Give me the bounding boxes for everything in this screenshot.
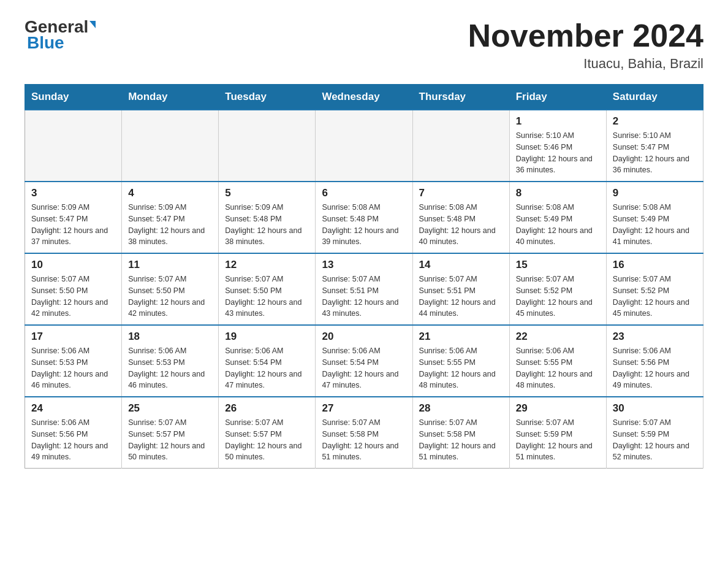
calendar-header-row: Sunday Monday Tuesday Wednesday Thursday…	[25, 85, 703, 110]
calendar-cell: 5Sunrise: 5:09 AM Sunset: 5:48 PM Daylig…	[219, 182, 316, 253]
location-subtitle: Ituacu, Bahia, Brazil	[468, 56, 703, 72]
day-info: Sunrise: 5:06 AM Sunset: 5:54 PM Dayligh…	[225, 345, 309, 391]
day-number: 12	[225, 259, 309, 271]
day-info: Sunrise: 5:06 AM Sunset: 5:54 PM Dayligh…	[322, 345, 406, 391]
day-number: 5	[225, 187, 309, 199]
day-info: Sunrise: 5:09 AM Sunset: 5:47 PM Dayligh…	[31, 202, 115, 248]
calendar-cell: 12Sunrise: 5:07 AM Sunset: 5:50 PM Dayli…	[219, 253, 316, 325]
calendar-cell: 22Sunrise: 5:06 AM Sunset: 5:55 PM Dayli…	[509, 325, 606, 397]
day-number: 28	[419, 402, 503, 415]
day-number: 22	[516, 331, 600, 343]
calendar-cell	[25, 110, 122, 182]
day-info: Sunrise: 5:07 AM Sunset: 5:58 PM Dayligh…	[419, 417, 503, 463]
logo-blue-text: Blue	[27, 33, 64, 53]
day-number: 27	[322, 402, 406, 415]
day-info: Sunrise: 5:10 AM Sunset: 5:47 PM Dayligh…	[613, 130, 697, 176]
day-info: Sunrise: 5:08 AM Sunset: 5:48 PM Dayligh…	[419, 202, 503, 248]
day-number: 10	[31, 259, 115, 271]
day-number: 6	[322, 187, 406, 199]
calendar-cell: 27Sunrise: 5:07 AM Sunset: 5:58 PM Dayli…	[316, 397, 412, 469]
day-number: 2	[613, 115, 697, 128]
calendar-cell: 7Sunrise: 5:08 AM Sunset: 5:48 PM Daylig…	[412, 182, 509, 253]
calendar-cell: 30Sunrise: 5:07 AM Sunset: 5:59 PM Dayli…	[606, 397, 703, 469]
calendar-cell: 8Sunrise: 5:08 AM Sunset: 5:49 PM Daylig…	[509, 182, 606, 253]
month-title: November 2024	[468, 18, 703, 53]
day-number: 21	[419, 331, 503, 343]
day-info: Sunrise: 5:06 AM Sunset: 5:53 PM Dayligh…	[31, 345, 115, 391]
calendar-cell: 13Sunrise: 5:07 AM Sunset: 5:51 PM Dayli…	[316, 253, 412, 325]
day-info: Sunrise: 5:07 AM Sunset: 5:51 PM Dayligh…	[419, 274, 503, 320]
calendar-cell: 4Sunrise: 5:09 AM Sunset: 5:47 PM Daylig…	[122, 182, 219, 253]
day-info: Sunrise: 5:06 AM Sunset: 5:55 PM Dayligh…	[516, 345, 600, 391]
day-number: 3	[31, 187, 115, 199]
calendar-cell	[122, 110, 219, 182]
calendar-cell	[316, 110, 412, 182]
calendar-cell: 25Sunrise: 5:07 AM Sunset: 5:57 PM Dayli…	[122, 397, 219, 469]
calendar-cell: 10Sunrise: 5:07 AM Sunset: 5:50 PM Dayli…	[25, 253, 122, 325]
header-tuesday: Tuesday	[219, 85, 316, 110]
day-number: 26	[225, 402, 309, 415]
day-info: Sunrise: 5:06 AM Sunset: 5:55 PM Dayligh…	[419, 345, 503, 391]
day-info: Sunrise: 5:07 AM Sunset: 5:57 PM Dayligh…	[128, 417, 212, 463]
header-friday: Friday	[509, 85, 606, 110]
header-thursday: Thursday	[412, 85, 509, 110]
header-saturday: Saturday	[606, 85, 703, 110]
calendar-week-2: 10Sunrise: 5:07 AM Sunset: 5:50 PM Dayli…	[25, 253, 703, 325]
day-number: 13	[322, 259, 406, 271]
day-number: 17	[31, 331, 115, 343]
day-info: Sunrise: 5:07 AM Sunset: 5:50 PM Dayligh…	[225, 274, 309, 320]
header-sunday: Sunday	[25, 85, 122, 110]
day-info: Sunrise: 5:07 AM Sunset: 5:52 PM Dayligh…	[613, 274, 697, 320]
day-number: 4	[128, 187, 212, 199]
day-info: Sunrise: 5:07 AM Sunset: 5:57 PM Dayligh…	[225, 417, 309, 463]
day-number: 14	[419, 259, 503, 271]
day-number: 8	[516, 187, 600, 199]
day-number: 25	[128, 402, 212, 415]
day-number: 30	[613, 402, 697, 415]
day-number: 7	[419, 187, 503, 199]
day-info: Sunrise: 5:07 AM Sunset: 5:59 PM Dayligh…	[613, 417, 697, 463]
calendar-cell	[412, 110, 509, 182]
day-number: 11	[128, 259, 212, 271]
day-info: Sunrise: 5:08 AM Sunset: 5:49 PM Dayligh…	[613, 202, 697, 248]
calendar-cell: 19Sunrise: 5:06 AM Sunset: 5:54 PM Dayli…	[219, 325, 316, 397]
day-info: Sunrise: 5:07 AM Sunset: 5:58 PM Dayligh…	[322, 417, 406, 463]
calendar-week-4: 24Sunrise: 5:06 AM Sunset: 5:56 PM Dayli…	[25, 397, 703, 469]
calendar-cell: 21Sunrise: 5:06 AM Sunset: 5:55 PM Dayli…	[412, 325, 509, 397]
day-number: 19	[225, 331, 309, 343]
day-info: Sunrise: 5:06 AM Sunset: 5:53 PM Dayligh…	[128, 345, 212, 391]
day-info: Sunrise: 5:09 AM Sunset: 5:47 PM Dayligh…	[128, 202, 212, 248]
calendar-cell: 26Sunrise: 5:07 AM Sunset: 5:57 PM Dayli…	[219, 397, 316, 469]
calendar-cell: 3Sunrise: 5:09 AM Sunset: 5:47 PM Daylig…	[25, 182, 122, 253]
calendar-cell: 23Sunrise: 5:06 AM Sunset: 5:56 PM Dayli…	[606, 325, 703, 397]
calendar-cell: 11Sunrise: 5:07 AM Sunset: 5:50 PM Dayli…	[122, 253, 219, 325]
calendar-week-1: 3Sunrise: 5:09 AM Sunset: 5:47 PM Daylig…	[25, 182, 703, 253]
day-info: Sunrise: 5:08 AM Sunset: 5:48 PM Dayligh…	[322, 202, 406, 248]
header-monday: Monday	[122, 85, 219, 110]
day-number: 16	[613, 259, 697, 271]
calendar-cell: 18Sunrise: 5:06 AM Sunset: 5:53 PM Dayli…	[122, 325, 219, 397]
day-info: Sunrise: 5:10 AM Sunset: 5:46 PM Dayligh…	[516, 130, 600, 176]
calendar-cell: 14Sunrise: 5:07 AM Sunset: 5:51 PM Dayli…	[412, 253, 509, 325]
calendar-week-3: 17Sunrise: 5:06 AM Sunset: 5:53 PM Dayli…	[25, 325, 703, 397]
day-number: 1	[516, 115, 600, 128]
calendar-cell: 29Sunrise: 5:07 AM Sunset: 5:59 PM Dayli…	[509, 397, 606, 469]
calendar-cell: 15Sunrise: 5:07 AM Sunset: 5:52 PM Dayli…	[509, 253, 606, 325]
calendar-table: Sunday Monday Tuesday Wednesday Thursday…	[25, 84, 703, 469]
calendar-cell: 28Sunrise: 5:07 AM Sunset: 5:58 PM Dayli…	[412, 397, 509, 469]
day-info: Sunrise: 5:06 AM Sunset: 5:56 PM Dayligh…	[613, 345, 697, 391]
logo: General Blue	[25, 18, 96, 53]
calendar-cell: 24Sunrise: 5:06 AM Sunset: 5:56 PM Dayli…	[25, 397, 122, 469]
day-number: 15	[516, 259, 600, 271]
calendar-cell: 6Sunrise: 5:08 AM Sunset: 5:48 PM Daylig…	[316, 182, 412, 253]
day-info: Sunrise: 5:07 AM Sunset: 5:51 PM Dayligh…	[322, 274, 406, 320]
day-number: 9	[613, 187, 697, 199]
calendar-cell: 9Sunrise: 5:08 AM Sunset: 5:49 PM Daylig…	[606, 182, 703, 253]
calendar-week-0: 1Sunrise: 5:10 AM Sunset: 5:46 PM Daylig…	[25, 110, 703, 182]
calendar-cell: 1Sunrise: 5:10 AM Sunset: 5:46 PM Daylig…	[509, 110, 606, 182]
day-info: Sunrise: 5:07 AM Sunset: 5:59 PM Dayligh…	[516, 417, 600, 463]
day-number: 20	[322, 331, 406, 343]
page-header: General Blue November 2024 Ituacu, Bahia…	[25, 18, 703, 72]
day-info: Sunrise: 5:07 AM Sunset: 5:52 PM Dayligh…	[516, 274, 600, 320]
day-number: 24	[31, 402, 115, 415]
